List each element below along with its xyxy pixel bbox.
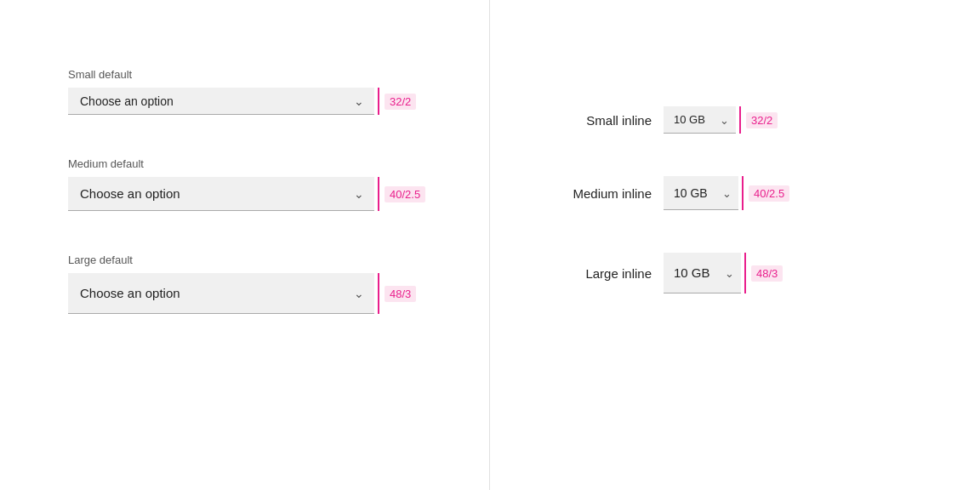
measure-value: 48/3 xyxy=(385,286,416,302)
measure-line xyxy=(378,177,379,211)
large-inline-label: Large inline xyxy=(558,266,652,281)
large-default-group: Large default Choose an option ⌄ 48/3 xyxy=(68,254,421,314)
medium-inline-measure: 40/2.5 xyxy=(742,176,789,210)
medium-default-label: Medium default xyxy=(68,157,421,170)
measure-line xyxy=(378,88,379,115)
medium-default-select[interactable]: Choose an option xyxy=(68,177,374,211)
medium-inline-label: Medium inline xyxy=(558,186,652,201)
right-panel: Small inline 10 GB 20 GB 50 GB ⌄ 32/2 Me… xyxy=(490,0,980,490)
left-panel: Small default Choose an option ⌄ 32/2 Me… xyxy=(0,0,490,490)
measure-value: 32/2 xyxy=(746,112,778,128)
large-default-measure: 48/3 xyxy=(378,273,416,314)
right-content: Small inline 10 GB 20 GB 50 GB ⌄ 32/2 Me… xyxy=(558,68,912,293)
small-default-label: Small default xyxy=(68,68,421,81)
large-default-select-wrapper: Choose an option ⌄ xyxy=(68,273,374,314)
large-default-label: Large default xyxy=(68,254,421,266)
medium-inline-group: Medium inline 10 GB 20 GB 50 GB ⌄ 40/2.5 xyxy=(558,176,912,210)
small-default-select-wrapper: Choose an option ⌄ xyxy=(68,88,374,115)
small-inline-group: Small inline 10 GB 20 GB 50 GB ⌄ 32/2 xyxy=(558,106,912,134)
measure-line xyxy=(378,273,379,314)
measure-line xyxy=(739,106,741,134)
small-inline-select-wrapper: 10 GB 20 GB 50 GB ⌄ xyxy=(664,106,736,134)
measure-line xyxy=(744,253,746,293)
large-inline-select-wrapper: 10 GB 20 GB 50 GB ⌄ xyxy=(664,253,741,293)
large-default-select[interactable]: Choose an option xyxy=(68,273,374,314)
small-default-group: Small default Choose an option ⌄ 32/2 xyxy=(68,68,421,115)
measure-value: 40/2.5 xyxy=(385,186,425,202)
measure-value: 48/3 xyxy=(751,265,783,282)
large-inline-select[interactable]: 10 GB 20 GB 50 GB xyxy=(664,253,741,293)
small-inline-measure: 32/2 xyxy=(739,106,778,134)
medium-default-select-wrapper: Choose an option ⌄ xyxy=(68,177,374,211)
small-inline-label: Small inline xyxy=(558,113,652,128)
large-inline-measure: 48/3 xyxy=(744,253,783,293)
measure-value: 32/2 xyxy=(385,94,416,110)
medium-default-group: Medium default Choose an option ⌄ 40/2.5 xyxy=(68,157,421,211)
small-default-measure: 32/2 xyxy=(378,88,416,115)
measure-line xyxy=(742,176,744,210)
measure-value: 40/2.5 xyxy=(749,185,789,202)
medium-default-measure: 40/2.5 xyxy=(378,177,425,211)
medium-default-row: Choose an option ⌄ 40/2.5 xyxy=(68,177,421,211)
large-inline-group: Large inline 10 GB 20 GB 50 GB ⌄ 48/3 xyxy=(558,253,912,293)
small-default-row: Choose an option ⌄ 32/2 xyxy=(68,88,421,115)
small-inline-select[interactable]: 10 GB 20 GB 50 GB xyxy=(664,106,736,134)
medium-inline-select[interactable]: 10 GB 20 GB 50 GB xyxy=(664,176,738,210)
small-default-select[interactable]: Choose an option xyxy=(68,88,374,115)
medium-inline-select-wrapper: 10 GB 20 GB 50 GB ⌄ xyxy=(664,176,738,210)
large-default-row: Choose an option ⌄ 48/3 xyxy=(68,273,421,314)
